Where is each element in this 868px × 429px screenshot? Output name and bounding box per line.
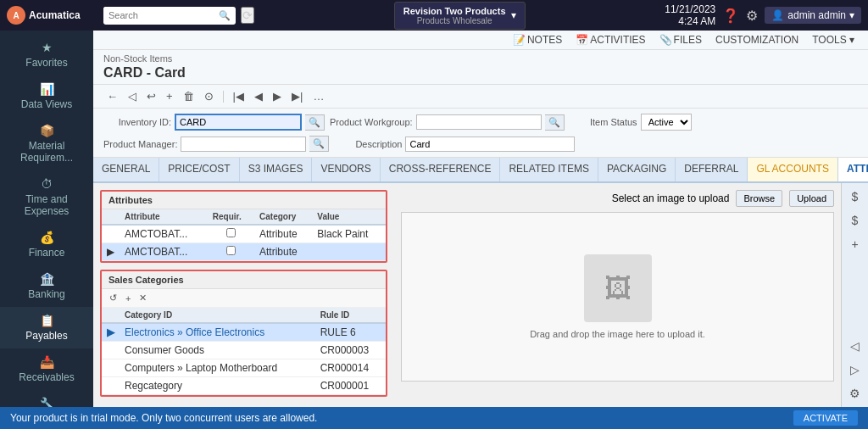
workgroup-search-button[interactable]: 🔍 bbox=[545, 114, 565, 131]
sidebar-item-payables[interactable]: 📋 Payables bbox=[0, 307, 93, 348]
item-vendor-price-button[interactable]: $ bbox=[849, 210, 862, 231]
customization-button[interactable]: CUSTOMIZATION bbox=[712, 32, 802, 47]
search-wrap[interactable]: 🔍 bbox=[103, 7, 236, 25]
back-button[interactable]: ← bbox=[103, 88, 121, 104]
table-row[interactable]: AMCTOBAT... Attribute Black Paint bbox=[102, 225, 386, 243]
tab-packaging[interactable]: PACKAGING bbox=[598, 158, 676, 181]
sidebar-label-finance: Finance bbox=[29, 247, 65, 259]
first-button[interactable]: |◀ bbox=[230, 88, 248, 104]
delete-category-button[interactable]: ✕ bbox=[136, 292, 149, 304]
row-arrow: ▶ bbox=[102, 243, 120, 261]
collapse-left-button[interactable]: ◁ bbox=[847, 336, 863, 356]
manager-search-button[interactable]: 🔍 bbox=[309, 136, 329, 152]
description-label: Description bbox=[334, 139, 402, 149]
attributes-panel: Attributes Attribute Requir. Category Va… bbox=[100, 190, 387, 263]
settings-button[interactable]: ⚙ bbox=[746, 8, 758, 24]
drag-drop-text: Drag and drop the image here to upload i… bbox=[530, 329, 705, 339]
browse-button[interactable]: Browse bbox=[736, 190, 782, 207]
files-button[interactable]: 📎 FILES bbox=[656, 32, 705, 47]
sidebar-label-dataviews: Data Views bbox=[21, 98, 72, 110]
item-sales-price-button[interactable]: $ bbox=[849, 187, 862, 207]
activate-button[interactable]: ACTIVATE bbox=[793, 410, 858, 426]
tab-pricecost[interactable]: PRICE/COST bbox=[159, 158, 239, 181]
table-row[interactable]: Computers » Laptop Motherboard CR000014 bbox=[102, 359, 386, 377]
tab-general[interactable]: GENERAL bbox=[93, 158, 159, 181]
row-rule: RULE 6 bbox=[315, 323, 386, 342]
image-upload-area[interactable]: 🖼 Drag and drop the image here to upload… bbox=[401, 212, 834, 382]
time-icon: ⏱ bbox=[41, 177, 53, 191]
revision-selector[interactable]: Revision Two Products Products Wholesale… bbox=[394, 2, 526, 30]
user-chevron: ▾ bbox=[849, 9, 854, 21]
tab-s3images[interactable]: S3 IMAGES bbox=[240, 158, 313, 181]
product-workgroup-label: Product Workgroup: bbox=[330, 117, 413, 127]
attr-col-attribute: Attribute bbox=[120, 209, 208, 225]
help-button[interactable]: ❓ bbox=[722, 8, 739, 24]
product-workgroup-input[interactable] bbox=[416, 114, 542, 130]
description-input[interactable] bbox=[405, 136, 575, 152]
tools-button[interactable]: TOOLS ▾ bbox=[809, 32, 858, 47]
table-row[interactable]: ▶ AMCTOBAT... Attribute bbox=[102, 243, 386, 261]
attr-col-category: Category bbox=[254, 209, 312, 225]
next-button[interactable]: ▶ bbox=[270, 88, 285, 104]
sidebar-label-favorites: Favorites bbox=[25, 57, 67, 69]
attributes-table: Attribute Requir. Category Value AMCTOBA… bbox=[102, 209, 386, 261]
sidebar-item-customization[interactable]: 🔧 Customization bbox=[0, 390, 93, 407]
last-button[interactable]: ▶| bbox=[288, 88, 306, 104]
table-row[interactable]: ▶ Electronics » Office Electronics RULE … bbox=[102, 323, 386, 342]
row-required[interactable] bbox=[208, 225, 254, 243]
inventory-search-button[interactable]: 🔍 bbox=[305, 114, 325, 131]
toolbar-separator bbox=[223, 91, 224, 103]
attr-col-arrow bbox=[102, 209, 120, 225]
refresh-button[interactable]: ⟳ bbox=[241, 7, 254, 24]
inventory-id-input[interactable] bbox=[175, 114, 302, 131]
tab-vendors[interactable]: VENDORS bbox=[312, 158, 380, 181]
row-arrow: ▶ bbox=[102, 323, 120, 342]
notes-button[interactable]: 📝 NOTES bbox=[509, 32, 565, 47]
sidebar-item-receivables[interactable]: 📥 Receivables bbox=[0, 348, 93, 390]
search-input[interactable] bbox=[103, 7, 214, 24]
row-required[interactable] bbox=[208, 243, 254, 261]
sidebar-item-time[interactable]: ⏱ Time and Expenses bbox=[0, 170, 93, 224]
tab-related[interactable]: RELATED ITEMS bbox=[500, 158, 598, 181]
nav-back-button[interactable]: ◁ bbox=[125, 88, 140, 104]
delete-button[interactable]: 🗑 bbox=[180, 88, 198, 104]
row-rule: CR000001 bbox=[315, 377, 386, 395]
sidebar-label-receivables: Receivables bbox=[19, 371, 74, 383]
refresh-categories-button[interactable]: ↺ bbox=[107, 292, 120, 304]
search-icon: 🔍 bbox=[214, 7, 236, 25]
sidebar-item-dataviews[interactable]: 📊 Data Views bbox=[0, 75, 93, 117]
add-side-button[interactable]: + bbox=[848, 234, 861, 254]
more-button[interactable]: … bbox=[309, 88, 327, 104]
row-arrow bbox=[102, 342, 120, 359]
revision-subtitle: Products Wholesale bbox=[403, 16, 506, 25]
tab-deferral[interactable]: DEFERRAL bbox=[676, 158, 748, 181]
copy-button[interactable]: ⊙ bbox=[201, 88, 217, 104]
tab-attributes[interactable]: ATTRIBUTES bbox=[838, 158, 868, 181]
sidebar-item-material[interactable]: 📦 Material Requirem... bbox=[0, 117, 93, 170]
table-row[interactable]: Regcategory CR000001 bbox=[102, 377, 386, 395]
activities-button[interactable]: 📅 ACTIVITIES bbox=[572, 32, 648, 47]
expand-right-button[interactable]: ▷ bbox=[847, 359, 863, 380]
breadcrumb: Non-Stock Items bbox=[103, 53, 858, 64]
add-record-button[interactable]: + bbox=[163, 88, 176, 104]
inventory-id-row: Inventory ID: 🔍 bbox=[103, 114, 325, 131]
upload-button[interactable]: Upload bbox=[789, 190, 834, 207]
undo-button[interactable]: ↩ bbox=[143, 88, 159, 104]
sidebar-item-finance[interactable]: 💰 Finance bbox=[0, 224, 93, 265]
sidebar: ★ Favorites 📊 Data Views 📦 Material Requ… bbox=[0, 31, 93, 407]
settings-side-button[interactable]: ⚙ bbox=[846, 383, 864, 404]
row-rule: CR000014 bbox=[315, 359, 386, 377]
product-manager-input[interactable] bbox=[181, 136, 306, 152]
sidebar-item-banking[interactable]: 🏦 Banking bbox=[0, 265, 93, 307]
right-pane: Select an image to upload Browse Upload … bbox=[394, 183, 841, 407]
tab-glaccounts[interactable]: GL ACCOUNTS bbox=[748, 158, 838, 181]
sidebar-item-favorites[interactable]: ★ Favorites bbox=[0, 34, 93, 75]
table-row[interactable]: Consumer Goods CR000003 bbox=[102, 342, 386, 359]
user-menu-button[interactable]: 👤 admin admin ▾ bbox=[765, 7, 861, 24]
prev-button[interactable]: ◀ bbox=[251, 88, 266, 104]
tab-crossref[interactable]: CROSS-REFERENCE bbox=[381, 158, 501, 181]
trial-message: Your product is in trial mode. Only two … bbox=[10, 412, 317, 424]
select-image-label: Select an image to upload bbox=[612, 192, 730, 204]
item-status-select[interactable]: Active bbox=[641, 114, 692, 131]
add-category-button[interactable]: + bbox=[123, 292, 133, 304]
